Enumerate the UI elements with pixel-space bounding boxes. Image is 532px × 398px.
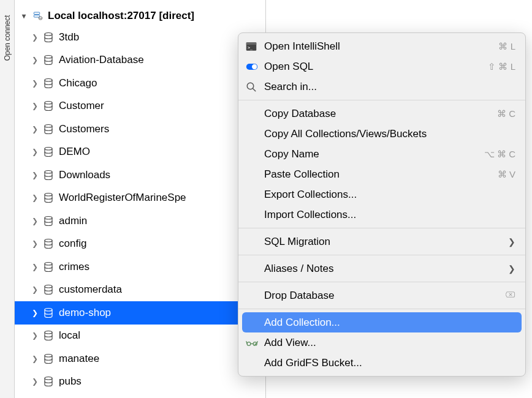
menu-item-label: Add View... — [264, 337, 515, 349]
chevron-right-icon: ❯ — [31, 331, 39, 340]
menu-item-import-collections[interactable]: Import Collections... — [238, 205, 525, 225]
search-icon — [246, 81, 262, 92]
glasses-icon: + — [246, 339, 262, 347]
menu-item-label: Export Collections... — [264, 189, 515, 201]
menu-item-copy-all-collections-views-buckets[interactable]: Copy All Collections/Views/Buckets — [238, 124, 525, 144]
menu-item-label: Import Collections... — [264, 209, 515, 221]
menu-item-paste-collection[interactable]: Paste Collection⌘ V — [238, 164, 525, 184]
menu-item-label: Search in... — [264, 81, 515, 93]
chevron-right-icon: ❯ — [31, 285, 39, 294]
menu-item-label: Open IntelliShell — [264, 40, 498, 53]
toggle-icon — [246, 62, 262, 71]
db-item-pubs[interactable]: ❯ pubs — [15, 370, 265, 394]
menu-item-add-view[interactable]: +Add View... — [238, 332, 525, 353]
menu-item-label: Copy All Collections/Views/Buckets — [264, 128, 515, 140]
database-icon — [43, 192, 54, 203]
db-label: Customers — [59, 123, 109, 135]
svg-point-13 — [45, 262, 52, 265]
menu-item-add-collection[interactable]: Add Collection... — [242, 312, 522, 332]
side-rail[interactable]: Open connect — [0, 0, 15, 398]
database-icon — [43, 54, 54, 66]
chevron-right-icon: ❯ — [31, 263, 39, 271]
db-item-admin[interactable]: ❯ admin — [15, 209, 265, 233]
svg-point-7 — [45, 124, 52, 127]
chevron-right-icon: ❯ — [31, 171, 39, 179]
db-item-manatee[interactable]: ❯ manatee — [15, 347, 265, 370]
context-menu: >_Open IntelliShell⌘ LOpen SQL⇧ ⌘ LSearc… — [238, 32, 526, 377]
db-item-customerdata[interactable]: ❯ customerdata — [15, 279, 265, 302]
menu-item-label: Open SQL — [264, 61, 488, 73]
db-item-worldregisterofmarinespe[interactable]: ❯ WorldRegisterOfMarineSpe — [15, 187, 265, 210]
db-item-local[interactable]: ❯ local — [15, 325, 265, 348]
svg-point-9 — [45, 170, 52, 173]
shortcut-label: ⇧ ⌘ L — [488, 61, 515, 72]
database-icon — [43, 238, 54, 249]
delete-outline-icon — [506, 290, 515, 301]
db-item-config[interactable]: ❯ config — [15, 233, 265, 256]
db-label: config — [59, 238, 86, 250]
menu-item-search-in[interactable]: Search in... — [238, 77, 525, 97]
chevron-right-icon: ❯ — [31, 377, 39, 386]
svg-point-15 — [45, 308, 52, 311]
chevron-right-icon: ❯ — [31, 102, 39, 110]
menu-item-add-gridfs-bucket[interactable]: Add GridFS Bucket... — [238, 353, 525, 373]
db-label: DEMO — [59, 146, 90, 158]
svg-rect-1 — [34, 15, 39, 17]
db-item-aviation-database[interactable]: ❯ Aviation-Database — [15, 49, 265, 72]
svg-point-3 — [45, 32, 52, 36]
chevron-right-icon: ❯ — [31, 79, 39, 88]
svg-rect-20 — [246, 42, 257, 45]
menu-separator — [238, 100, 525, 100]
menu-item-label: SQL Migration — [264, 236, 503, 248]
db-label: customerdata — [59, 283, 122, 296]
svg-point-18 — [45, 377, 52, 380]
database-icon — [43, 170, 54, 181]
menu-item-open-intellishell[interactable]: >_Open IntelliShell⌘ L — [238, 36, 525, 56]
db-item-crimes[interactable]: ❯ crimes — [15, 255, 265, 279]
menu-item-export-collections[interactable]: Export Collections... — [238, 184, 525, 205]
database-icon — [43, 307, 54, 318]
menu-separator — [238, 309, 525, 309]
db-label: Chicago — [59, 77, 97, 89]
db-item-downloads[interactable]: ❯ Downloads — [15, 163, 265, 187]
chevron-right-icon: ❯ — [31, 125, 39, 133]
db-label: manatee — [59, 353, 99, 365]
menu-item-copy-name[interactable]: Copy Name⌥ ⌘ C — [238, 144, 525, 164]
server-icon — [32, 11, 44, 21]
svg-point-23 — [252, 64, 257, 69]
svg-point-4 — [45, 56, 52, 59]
menu-item-open-sql[interactable]: Open SQL⇧ ⌘ L — [238, 56, 525, 77]
database-icon — [43, 261, 54, 272]
menu-separator — [238, 255, 525, 255]
database-icon — [43, 216, 54, 227]
db-label: Aviation-Database — [59, 54, 144, 66]
db-item-demo-shop[interactable]: ❯ demo-shop — [15, 301, 265, 325]
db-label: admin — [59, 215, 87, 227]
db-label: 3tdb — [59, 31, 79, 43]
db-label: local — [59, 329, 80, 342]
chevron-right-icon: ❯ — [508, 264, 515, 274]
chevron-right-icon: ❯ — [31, 217, 39, 225]
db-item-customer[interactable]: ❯ Customer — [15, 95, 265, 118]
svg-point-17 — [45, 354, 52, 357]
menu-item-drop-database[interactable]: Drop Database — [238, 285, 525, 306]
db-item-demo[interactable]: ❯ DEMO — [15, 141, 265, 164]
chevron-down-icon: ▾ — [20, 12, 28, 20]
db-item-3tdb[interactable]: ❯ 3tdb — [15, 26, 265, 49]
menu-item-label: Drop Database — [264, 290, 506, 302]
menu-item-sql-migration[interactable]: SQL Migration❯ — [238, 231, 525, 252]
chevron-right-icon: ❯ — [31, 239, 39, 248]
svg-point-6 — [45, 102, 52, 105]
db-item-chicago[interactable]: ❯ Chicago — [15, 72, 265, 95]
menu-item-copy-database[interactable]: Copy Database⌘ C — [238, 103, 525, 124]
connection-root[interactable]: ▾ Local localhost:27017 [direct] — [15, 6, 265, 26]
menu-item-label: Aliases / Notes — [264, 263, 503, 275]
db-label: WorldRegisterOfMarineSpe — [59, 192, 186, 204]
svg-point-14 — [45, 285, 52, 288]
db-label: Downloads — [59, 169, 110, 181]
database-icon — [43, 100, 54, 111]
chevron-right-icon: ❯ — [508, 237, 515, 247]
svg-point-5 — [45, 78, 52, 81]
db-item-customers[interactable]: ❯ Customers — [15, 118, 265, 141]
menu-item-aliases-notes[interactable]: Aliases / Notes❯ — [238, 258, 525, 279]
